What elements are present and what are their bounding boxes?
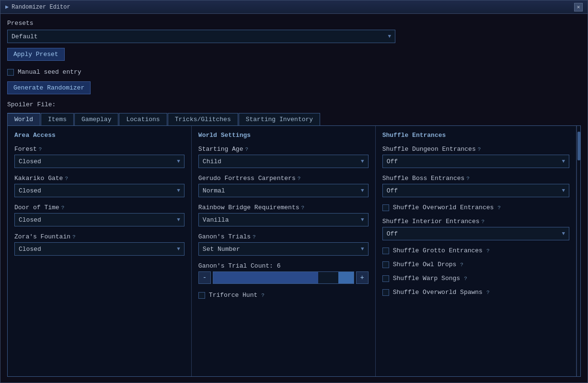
- panels-container: Area Access Forest ? Closed ▼ Kakariko G…: [7, 125, 581, 377]
- title-bar: ▶ Randomizer Editor ✕: [0, 0, 588, 14]
- tab-tricks[interactable]: Tricks/Glitches: [168, 113, 238, 125]
- shuffle-overworld-spawns-help-icon[interactable]: ?: [486, 290, 490, 295]
- manual-seed-row: Manual seed entry: [7, 68, 581, 76]
- shuffle-overworld-help-icon[interactable]: ?: [497, 205, 501, 211]
- shuffle-owl-checkbox[interactable]: [382, 261, 389, 268]
- triforce-hunt-label: Triforce Hunt: [209, 292, 257, 299]
- triforce-hunt-help-icon[interactable]: ?: [261, 293, 265, 298]
- door-of-time-select[interactable]: Closed ▼: [14, 213, 184, 226]
- shuffle-overworld-spawns-field: Shuffle Overworld Spawns ?: [382, 289, 569, 296]
- tab-gameplay[interactable]: Gameplay: [74, 113, 118, 125]
- ganons-trials-arrow: ▼: [361, 246, 364, 252]
- trial-count-slider-row: - +: [198, 271, 369, 284]
- trial-count-slider-thumb: [338, 272, 354, 283]
- window-title: Randomizer Editor: [12, 4, 70, 11]
- preset-dropdown[interactable]: Default ▼: [7, 30, 395, 43]
- shuffle-overworld-spawns-checkbox[interactable]: [382, 289, 389, 296]
- rainbow-bridge-select[interactable]: Vanilla ▼: [198, 213, 369, 226]
- shuffle-warp-help-icon[interactable]: ?: [464, 276, 467, 282]
- rainbow-bridge-arrow: ▼: [361, 217, 364, 223]
- door-of-time-field: Door of Time ? Closed ▼: [14, 204, 184, 226]
- shuffle-interior-help-icon[interactable]: ?: [482, 219, 485, 225]
- rainbow-bridge-field: Rainbow Bridge Requirements ? Vanilla ▼: [198, 204, 369, 226]
- content-area: Presets Default ▼ Apply Preset Manual se…: [0, 14, 588, 383]
- gerudo-fortress-field: Gerudo Fortress Carpenters ? Normal ▼: [198, 175, 369, 197]
- apply-preset-button[interactable]: Apply Preset: [7, 48, 65, 61]
- tab-items[interactable]: Items: [41, 113, 74, 125]
- close-button[interactable]: ✕: [574, 3, 583, 11]
- gerudo-fortress-label: Gerudo Fortress Carpenters ?: [198, 175, 369, 182]
- shuffle-boss-field: Shuffle Boss Entrances ? Off ▼: [382, 175, 569, 197]
- zoras-fountain-select[interactable]: Closed ▼: [14, 242, 184, 256]
- trial-count-container: Ganon's Trial Count: 6 - +: [198, 262, 369, 284]
- kakariko-gate-select[interactable]: Closed ▼: [14, 184, 184, 197]
- manual-seed-checkbox[interactable]: [7, 69, 14, 76]
- shuffle-overworld-spawns-label: Shuffle Overworld Spawns: [393, 289, 483, 296]
- gerudo-fortress-select[interactable]: Normal ▼: [198, 184, 369, 197]
- ganons-trials-value: Set Number: [203, 246, 240, 253]
- trial-count-increase-button[interactable]: +: [356, 271, 369, 284]
- right-scrollbar[interactable]: [576, 126, 580, 376]
- rainbow-bridge-help-icon[interactable]: ?: [301, 205, 304, 211]
- starting-age-label: Starting Age ?: [198, 146, 369, 153]
- shuffle-boss-arrow: ▼: [562, 188, 565, 193]
- area-access-title: Area Access: [14, 132, 184, 139]
- forest-select[interactable]: Closed ▼: [14, 155, 184, 168]
- randomizer-editor-window: ▶ Randomizer Editor ✕ Presets Default ▼ …: [0, 0, 588, 383]
- generate-randomizer-button[interactable]: Generate Randomizer: [7, 81, 91, 94]
- shuffle-grotto-checkbox[interactable]: [382, 248, 389, 254]
- kakariko-help-icon[interactable]: ?: [65, 176, 68, 181]
- shuffle-dungeon-help-icon[interactable]: ?: [478, 146, 481, 152]
- kakariko-arrow: ▼: [177, 188, 180, 193]
- shuffle-dungeon-value: Off: [387, 158, 398, 165]
- shuffle-warp-field: Shuffle Warp Songs ?: [382, 275, 569, 282]
- world-settings-title: World Settings: [198, 132, 369, 139]
- shuffle-interior-select[interactable]: Off ▼: [382, 227, 569, 240]
- tab-world[interactable]: World: [7, 113, 40, 125]
- trial-count-slider-track[interactable]: [213, 271, 354, 284]
- window-icon: ▶: [5, 3, 9, 11]
- tab-starting-inventory[interactable]: Starting Inventory: [239, 113, 320, 125]
- tab-locations[interactable]: Locations: [119, 113, 167, 125]
- scrollbar-thumb[interactable]: [577, 132, 580, 160]
- trial-count-decrease-button[interactable]: -: [198, 271, 211, 284]
- forest-help-icon[interactable]: ?: [39, 146, 42, 152]
- preset-dropdown-arrow: ▼: [388, 34, 391, 39]
- ganons-trials-help-icon[interactable]: ?: [253, 234, 256, 240]
- starting-age-select[interactable]: Child ▼: [198, 155, 369, 168]
- forest-value: Closed: [19, 158, 41, 165]
- triforce-hunt-checkbox[interactable]: [198, 292, 205, 299]
- shuffle-boss-label: Shuffle Boss Entrances ?: [382, 175, 569, 182]
- shuffle-interior-label: Shuffle Interior Entrances ?: [382, 218, 569, 225]
- shuffle-interior-field: Shuffle Interior Entrances ? Off ▼: [382, 218, 569, 240]
- tabs-bar: World Items Gameplay Locations Tricks/Gl…: [7, 113, 581, 125]
- shuffle-dungeon-select[interactable]: Off ▼: [382, 155, 569, 168]
- shuffle-warp-checkbox[interactable]: [382, 275, 389, 282]
- shuffle-dungeon-field: Shuffle Dungeon Entrances ? Off ▼: [382, 146, 569, 168]
- ganons-trials-select[interactable]: Set Number ▼: [198, 242, 369, 256]
- rainbow-bridge-value: Vanilla: [203, 216, 229, 224]
- shuffle-grotto-help-icon[interactable]: ?: [486, 248, 490, 254]
- door-of-time-help-icon[interactable]: ?: [61, 205, 65, 211]
- shuffle-grotto-label: Shuffle Grotto Entrances: [393, 247, 483, 254]
- door-of-time-label: Door of Time ?: [14, 204, 184, 211]
- shuffle-overworld-checkbox[interactable]: [382, 204, 389, 211]
- shuffle-boss-value: Off: [387, 187, 398, 194]
- shuffle-boss-help-icon[interactable]: ?: [466, 176, 470, 181]
- kakariko-gate-field: Kakariko Gate ? Closed ▼: [14, 175, 184, 197]
- starting-age-help-icon[interactable]: ?: [245, 146, 248, 152]
- shuffle-owl-field: Shuffle Owl Drops ?: [382, 261, 569, 268]
- starting-age-value: Child: [203, 158, 221, 165]
- spoiler-label: Spoiler File:: [7, 101, 56, 108]
- door-of-time-value: Closed: [19, 216, 41, 224]
- shuffle-entrances-panel: Shuffle Entrances Shuffle Dungeon Entran…: [376, 126, 576, 376]
- spoiler-row: Spoiler File:: [7, 101, 581, 108]
- area-access-panel: Area Access Forest ? Closed ▼ Kakariko G…: [8, 126, 192, 376]
- shuffle-boss-select[interactable]: Off ▼: [382, 184, 569, 197]
- zoras-fountain-help-icon[interactable]: ?: [72, 234, 76, 240]
- shuffle-owl-help-icon[interactable]: ?: [460, 262, 463, 268]
- gerudo-fortress-help-icon[interactable]: ?: [298, 176, 301, 181]
- trial-count-slider-fill: [213, 272, 319, 283]
- zoras-fountain-arrow: ▼: [177, 246, 180, 252]
- gerudo-fortress-arrow: ▼: [361, 188, 364, 193]
